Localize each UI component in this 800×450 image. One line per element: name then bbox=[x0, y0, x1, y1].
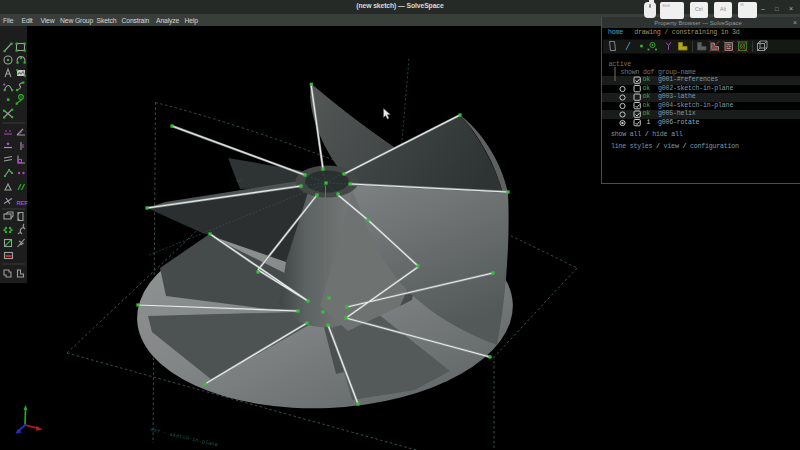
svg-text:12°: 12° bbox=[236, 179, 243, 183]
svg-text:REF: REF bbox=[17, 200, 29, 206]
